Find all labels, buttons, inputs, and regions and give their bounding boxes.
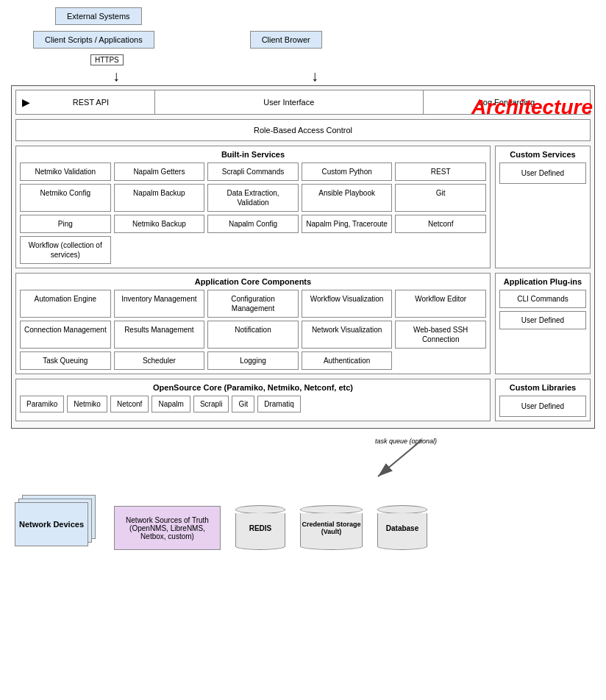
app-plugins-cli: CLI Commands <box>499 290 586 308</box>
lib-git: Git <box>232 396 254 413</box>
lib-napalm: Napalm <box>152 396 190 413</box>
app-notification: Notification <box>207 321 299 349</box>
user-interface-label: User Interface <box>263 98 314 107</box>
bottom-row: Network Devices Network Sources of Truth… <box>11 488 595 554</box>
custom-services-user-defined: User Defined <box>499 162 586 184</box>
redis-label: REDIS <box>249 524 272 532</box>
app-plugins-box: Application Plug-ins CLI Commands User D… <box>495 273 591 374</box>
left-arrow-indicator: ▶ <box>22 96 30 108</box>
rbac-row: Role-Based Access Control <box>15 119 591 141</box>
custom-services-box: Custom Services User Defined <box>495 146 591 268</box>
rest-api-label: REST API <box>33 98 149 107</box>
lib-scrapli: Scrapli <box>193 396 229 413</box>
service-netconf: Netconf <box>395 215 486 233</box>
redis-cylinder: REDIS <box>235 505 285 550</box>
app-logging: Logging <box>207 351 299 370</box>
service-data-extraction: Data Extraction, Validation <box>207 184 299 212</box>
service-ping-placeholder: Ping <box>20 215 111 233</box>
app-core-title: Application Core Components <box>20 277 486 286</box>
app-connection-management: Connection Management <box>20 321 111 349</box>
service-napalm-config: Napalm Config <box>207 215 299 233</box>
svg-line-1 <box>378 440 422 476</box>
main-container: ▶ REST API User Interface Log Forwarding… <box>11 85 595 429</box>
credential-cyl-bottom <box>300 543 363 550</box>
service-netmiko-validation: Netmiko Validation <box>20 162 111 181</box>
opensource-section: OpenSource Core (Paramiko, Netmiko, Netc… <box>15 379 591 421</box>
client-scripts-box: Client Scripts / Applications <box>33 31 154 49</box>
arrow-down-2: ↓ <box>311 68 318 83</box>
lib-netconf: Netconf <box>110 396 149 413</box>
service-napalm-ping: Napalm Ping, Traceroute <box>302 215 393 233</box>
client-row: Client Scripts / Applications Client Bro… <box>11 31 595 49</box>
service-napalm-backup: Napalm Backup <box>114 184 205 212</box>
arrow-task-queue-section: task queue (optional) <box>11 436 595 488</box>
service-ansible-playbook: Ansible Playbook <box>302 184 393 212</box>
redis-cyl-body: REDIS <box>235 513 285 543</box>
services-section: Built-in Services Netmiko Validation Nap… <box>15 146 591 268</box>
credential-cyl-body: Credential Storage (Vault) <box>300 513 363 543</box>
credential-storage-label: Credential Storage (Vault) <box>301 521 362 535</box>
opensource-core-box: OpenSource Core (Paramiko, Netmiko, Netc… <box>15 379 491 421</box>
sources-of-truth-label: Network Sources of Truth (OpenNMS, Libre… <box>122 516 213 540</box>
app-task-queuing: Task Queuing <box>20 351 111 370</box>
database-cyl-bottom <box>377 543 427 550</box>
client-browser-box: Client Brower <box>250 31 322 49</box>
database-cylinder: Database <box>377 505 427 550</box>
service-workflow-collection: Workflow (collection of services) <box>20 236 111 264</box>
custom-libs-title: Custom Libraries <box>499 383 586 392</box>
service-custom-python: Custom Python <box>302 162 393 181</box>
external-systems-row: External Systems <box>11 7 595 25</box>
app-authentication: Authentication <box>302 351 393 370</box>
lib-netmiko: Netmiko <box>67 396 107 413</box>
custom-libs-user-defined: User Defined <box>499 396 586 417</box>
https-label: HTTPS <box>90 54 124 65</box>
app-automation-engine: Automation Engine <box>20 290 111 318</box>
service-rest: REST <box>395 162 486 181</box>
app-inventory-management: Inventory Management <box>114 290 205 318</box>
database-cyl-body: Database <box>377 513 427 543</box>
service-napalm-getters: Napalm Getters <box>114 162 205 181</box>
redis-cyl-bottom <box>235 543 285 550</box>
app-section: Application Core Components Automation E… <box>15 273 591 374</box>
rbac-label: Role-Based Access Control <box>254 126 352 135</box>
app-plugins-user-defined: User Defined <box>499 311 586 329</box>
app-results-management: Results Management <box>114 321 205 349</box>
service-git: Git <box>395 184 486 212</box>
arrow-down-1: ↓ <box>113 68 120 83</box>
external-systems-box: External Systems <box>55 7 142 25</box>
service-grid: Netmiko Validation Napalm Getters Scrapl… <box>20 162 486 264</box>
app-placeholder <box>395 351 486 370</box>
app-plugins-title: Application Plug-ins <box>499 277 586 286</box>
service-netmiko-config: Netmiko Config <box>20 184 111 212</box>
network-devices-label: Network Devices <box>19 520 84 529</box>
architecture-label: Architecture <box>471 96 593 119</box>
database-label: Database <box>386 524 418 532</box>
app-workflow-visualization: Workflow Visualization <box>302 290 393 318</box>
lib-paramiko: Paramiko <box>20 396 64 413</box>
app-web-based-ssh: Web-based SSH Connection <box>395 321 486 349</box>
app-scheduler: Scheduler <box>114 351 205 370</box>
service-scrapli-commands: Scrapli Commands <box>207 162 299 181</box>
lib-grid: Paramiko Netmiko Netconf Napalm Scrapli … <box>20 396 486 413</box>
network-devices-section: Network Devices <box>15 495 99 550</box>
app-grid: Automation Engine Inventory Management C… <box>20 290 486 370</box>
app-core-box: Application Core Components Automation E… <box>15 273 491 374</box>
builtin-services-title: Built-in Services <box>20 150 486 159</box>
custom-services-title: Custom Services <box>499 150 586 159</box>
builtin-services-box: Built-in Services Netmiko Validation Nap… <box>15 146 491 268</box>
app-network-visualization: Network Visualization <box>302 321 393 349</box>
lib-dramatiq: Dramatiq <box>257 396 301 413</box>
credential-storage-cylinder: Credential Storage (Vault) <box>300 505 363 550</box>
opensource-core-title: OpenSource Core (Paramiko, Netmiko, Netc… <box>20 383 486 392</box>
sources-of-truth-box: Network Sources of Truth (OpenNMS, Libre… <box>114 506 221 550</box>
task-queue-arrow <box>334 436 481 484</box>
app-configuration-management: Configuration Management <box>207 290 299 318</box>
app-workflow-editor: Workflow Editor <box>395 290 486 318</box>
nd-front: Network Devices <box>15 502 88 546</box>
custom-libs-box: Custom Libraries User Defined <box>495 379 591 421</box>
user-interface-cell: User Interface <box>155 90 424 114</box>
service-netmiko-backup: Netmiko Backup <box>114 215 205 233</box>
